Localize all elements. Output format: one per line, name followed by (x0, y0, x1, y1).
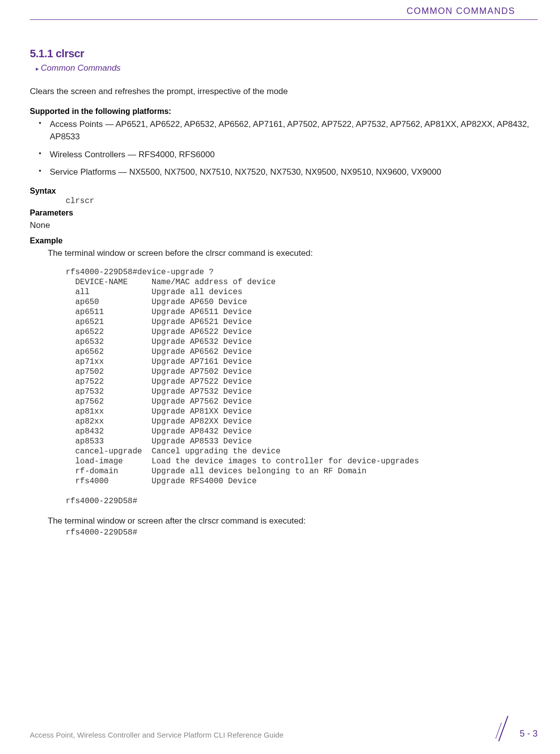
example-label: Example (30, 236, 530, 245)
footer-page-number: 5 - 3 (520, 729, 538, 739)
example-intro-after: The terminal window or screen after the … (48, 516, 530, 526)
list-item: Wireless Controllers — RFS4000, RFS6000 (50, 148, 530, 161)
footer-guide-title: Access Point, Wireless Controller and Se… (30, 731, 283, 739)
syntax-label: Syntax (30, 187, 530, 196)
section-title: 5.1.1 clrscr (30, 47, 530, 60)
page-footer: Access Point, Wireless Controller and Se… (0, 719, 560, 739)
footer-right: 5 - 3 (496, 719, 538, 739)
list-item: Access Points — AP6521, AP6522, AP6532, … (50, 118, 530, 143)
parameters-value: None (30, 220, 530, 230)
page-content: 5.1.1 clrscr Common Commands Clears the … (0, 20, 560, 537)
example-code-before: rfs4000-229D58#device-upgrade ? DEVICE-N… (66, 267, 530, 506)
list-item: Service Platforms — NX5500, NX7500, NX75… (50, 166, 530, 179)
example-code-after: rfs4000-229D58# (66, 528, 530, 537)
example-intro-before: The terminal window or screen before the… (48, 248, 530, 258)
page-header: COMMON COMMANDS (30, 0, 538, 20)
slash-decoration-icon (496, 719, 511, 739)
platforms-heading: Supported in the following platforms: (30, 107, 530, 116)
section-description: Clears the screen and refreshes the prom… (30, 85, 530, 98)
parameters-label: Parameters (30, 209, 530, 217)
running-head: COMMON COMMANDS (407, 6, 516, 16)
platforms-list: Access Points — AP6521, AP6522, AP6532, … (30, 118, 530, 179)
syntax-code: clrscr (66, 197, 530, 206)
breadcrumb-link[interactable]: Common Commands (36, 63, 530, 73)
